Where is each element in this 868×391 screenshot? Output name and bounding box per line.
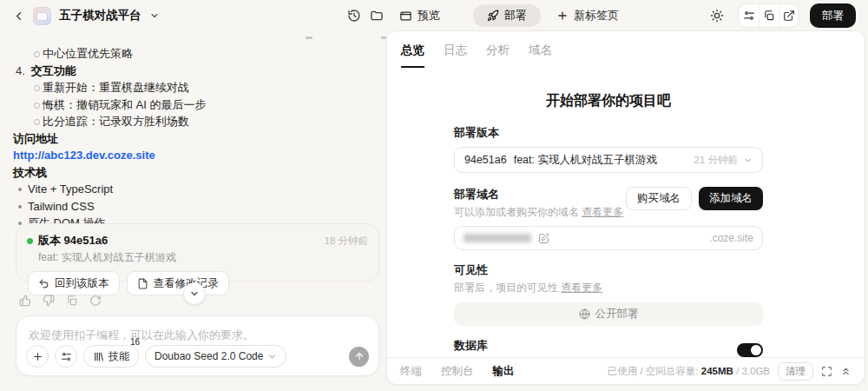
domain-desc-text: 可以添加或者购买你的域名 <box>454 206 579 218</box>
list-item-numbered: 4. 交互功能 <box>13 63 379 80</box>
plus-icon <box>556 10 569 22</box>
tab-analytics[interactable]: 分析 <box>486 43 510 68</box>
clean-button[interactable]: 清理 <box>778 362 813 381</box>
deploy-button[interactable]: 部署 <box>810 3 856 28</box>
app-title: 五子棋对战平台 <box>59 8 141 23</box>
rocket-icon <box>487 10 499 22</box>
version-message: feat: 实现人机对战五子棋游戏 <box>27 250 368 265</box>
usage-label: 已使用 / 空间总容量: <box>608 366 701 376</box>
file-icon <box>137 278 148 289</box>
domain-see-more-link[interactable]: 查看更多 <box>582 206 623 218</box>
list-item: Tailwind CSS <box>13 198 379 215</box>
new-tab-label: 新标签页 <box>574 8 619 23</box>
deploy-panel: 总览 日志 分析 域名 开始部署你的项目吧 部署版本 94e51a6 feat:… <box>386 30 865 385</box>
globe-icon <box>579 308 590 320</box>
console-tab-console[interactable]: 控制台 <box>441 364 474 379</box>
list-item: 比分追踪：记录双方胜利场数 <box>13 113 379 130</box>
attach-plus-button[interactable] <box>26 345 49 368</box>
blurred-domain-value <box>464 234 531 242</box>
version-timestamp: 18 分钟前 <box>325 235 369 248</box>
tab-deploy-label: 部署 <box>504 8 527 23</box>
skills-label: 技能 <box>108 349 129 364</box>
collapse-chevron-down-button[interactable] <box>183 282 206 305</box>
edit-pencil-icon[interactable] <box>538 233 549 244</box>
fullscreen-icon[interactable] <box>821 366 832 377</box>
database-label: 数据库 <box>454 338 600 354</box>
settings-sliders-icon[interactable] <box>739 4 759 27</box>
add-domain-button[interactable]: 添加域名 <box>699 187 763 210</box>
version-commit-message: feat: 实现人机对战五子棋游戏 <box>514 153 657 168</box>
thumbs-up-icon[interactable] <box>19 295 31 307</box>
deploy-domain-section: 部署域名 可以添加或者购买你的域名 查看更多 购买域名 添加域名 <box>454 187 763 220</box>
theme-sun-icon[interactable] <box>707 5 727 26</box>
version-title: 版本 94e51a6 <box>38 233 108 249</box>
browser-window-icon <box>399 10 412 23</box>
visibility-desc: 部署后，项目的可见性 查看更多 <box>454 281 763 295</box>
model-selector[interactable]: Doubao Seed 2.0 Code <box>145 345 286 368</box>
list-number: 4. <box>16 63 25 80</box>
tab-preview[interactable]: 预览 <box>392 4 447 27</box>
model-name: Doubao Seed 2.0 Code <box>155 350 263 362</box>
list-item: 悔棋：撤销玩家和 AI 的最后一步 <box>13 96 379 114</box>
deploy-body: 开始部署你的项目吧 部署版本 94e51a6 feat: 实现人机对战五子棋游戏… <box>387 70 865 357</box>
app-title-chevron-down-icon[interactable] <box>149 10 160 21</box>
visibility-label: 可见性 <box>454 262 763 278</box>
revert-version-button[interactable]: 回到该版本 <box>28 271 120 295</box>
tab-deploy[interactable]: 部署 <box>473 4 541 27</box>
deploy-panel-title: 开始部署你的项目吧 <box>454 92 763 110</box>
domain-suffix: .coze.site <box>709 232 753 244</box>
list-item: 重新开始：重置棋盘继续对战 <box>13 79 379 96</box>
tab-domain[interactable]: 域名 <box>529 43 552 68</box>
visibility-see-more-link[interactable]: 查看更多 <box>561 282 602 294</box>
stack-heading: 技术栈 <box>13 164 379 182</box>
public-deploy-button[interactable]: 公开部署 <box>454 302 763 326</box>
list-item: Vite + TypeScript <box>13 181 379 198</box>
version-select-time: 21 分钟前 <box>694 154 739 167</box>
access-heading: 访问地址 <box>13 130 379 148</box>
back-chevron-icon[interactable] <box>12 10 25 23</box>
database-sync-toggle[interactable] <box>737 343 763 357</box>
send-button[interactable] <box>349 347 369 367</box>
visibility-desc-text: 部署后，项目的可见性 <box>454 282 558 294</box>
public-deploy-label: 公开部署 <box>595 307 639 321</box>
usage-total: / 3.0GB <box>733 366 770 376</box>
message-actions <box>19 295 102 307</box>
skills-button[interactable]: 技能 16 <box>83 345 139 368</box>
console-tab-terminal[interactable]: 终端 <box>400 364 422 379</box>
collapse-chevrons-up-icon[interactable] <box>840 366 852 377</box>
view-changes-button[interactable]: 查看修改记录 <box>127 271 229 295</box>
version-hash: 94e51a6 <box>464 154 507 166</box>
tab-preview-label: 预览 <box>418 8 440 23</box>
revert-version-label: 回到该版本 <box>55 276 109 291</box>
skills-count-badge: 16 <box>130 337 140 347</box>
copy-icon[interactable] <box>759 4 779 27</box>
folder-icon[interactable] <box>366 5 387 26</box>
version-status-dot <box>27 238 33 244</box>
composer-input[interactable]: 欢迎使用扣子编程，可以在此输入你的要求。 技能 16 Doubao Seed 2… <box>16 315 379 376</box>
chat-panel: 中心位置优先策略 4. 交互功能 重新开始：重置棋盘继续对战 悔棋：撤销玩家和 … <box>0 31 386 391</box>
tab-logs[interactable]: 日志 <box>444 43 467 68</box>
open-external-icon[interactable] <box>779 4 799 27</box>
select-chevron-down-icon <box>743 156 753 165</box>
deploy-domain-label: 部署域名 <box>454 187 623 202</box>
copy-message-icon[interactable] <box>66 295 78 307</box>
history-icon[interactable] <box>344 5 365 26</box>
top-bar: 五子棋对战平台 预览 部署 新标签页 <box>0 0 868 31</box>
deploy-tabs: 总览 日志 分析 域名 <box>387 31 865 68</box>
new-tab-button[interactable]: 新标签页 <box>551 8 624 23</box>
database-section: 数据库 同步开发环境的数据至生产环境 <box>454 338 763 357</box>
buy-domain-button[interactable]: 购买域名 <box>626 187 692 210</box>
composer-settings-button[interactable] <box>55 345 77 368</box>
domain-input[interactable]: .coze.site <box>454 226 763 250</box>
skills-bars-icon <box>93 351 104 362</box>
console-tab-output[interactable]: 输出 <box>493 364 515 379</box>
thumbs-down-icon[interactable] <box>43 295 55 307</box>
regenerate-icon[interactable] <box>89 295 102 307</box>
deploy-version-select[interactable]: 94e51a6 feat: 实现人机对战五子棋游戏 21 分钟前 <box>454 147 763 173</box>
access-url-link[interactable]: http://abc123.dev.coze.site <box>13 147 379 164</box>
storage-usage: 已使用 / 空间总容量: 245MB / 3.0GB <box>608 365 770 378</box>
visibility-section: 可见性 部署后，项目的可见性 查看更多 <box>454 262 763 295</box>
app-icon <box>33 7 51 25</box>
deploy-domain-desc: 可以添加或者购买你的域名 查看更多 <box>454 205 623 220</box>
tab-overview[interactable]: 总览 <box>401 43 424 68</box>
